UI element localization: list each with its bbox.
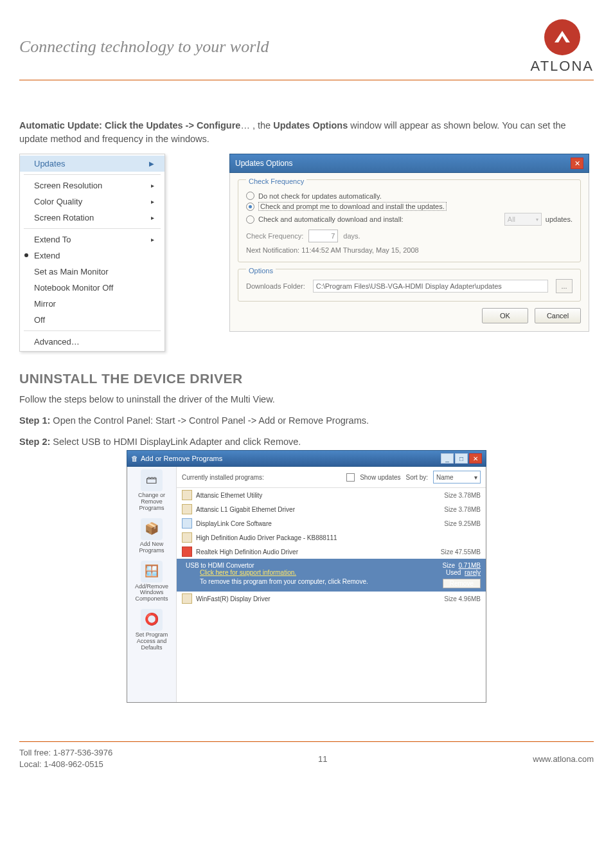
- cancel-button[interactable]: Cancel: [535, 308, 581, 323]
- sidebar-change-remove[interactable]: 🗃Change or Remove Programs: [129, 469, 175, 512]
- downloads-folder-label: Downloads Folder:: [246, 282, 305, 290]
- currently-installed-label: Currently installed programs:: [182, 474, 264, 481]
- ok-button[interactable]: OK: [482, 308, 528, 323]
- freq-input[interactable]: 7: [308, 230, 338, 242]
- chevron-down-icon: ▾: [474, 474, 477, 481]
- menu-off[interactable]: Off: [20, 312, 164, 328]
- list-item[interactable]: Attansic Ethernet UtilitySize 3.78MB: [177, 488, 486, 502]
- footer-divider: [19, 741, 594, 742]
- options-legend: Options: [246, 267, 276, 275]
- list-item[interactable]: Realtek High Definition Audio DriverSize…: [177, 545, 486, 559]
- list-item[interactable]: Attansic L1 Gigabit Ethernet DriverSize …: [177, 502, 486, 516]
- context-menu: Updates▶ Screen Resolution▸ Color Qualit…: [19, 154, 165, 352]
- sidebar-add-new[interactable]: 📦Add New Programs: [129, 518, 175, 554]
- step-2: Step 2: Select USB to HDMI DisplayLink A…: [19, 435, 594, 449]
- next-notification: Next Notification: 11:44:52 AM Thursday,…: [246, 246, 573, 254]
- chevron-right-icon: ▶: [149, 160, 154, 167]
- list-item[interactable]: High Definition Audio Driver Package - K…: [177, 530, 486, 545]
- downloads-folder-input[interactable]: C:\Program Files\USB-VGA-HDMI Display Ad…: [313, 280, 548, 293]
- remove-button[interactable]: Remove: [443, 579, 481, 588]
- menu-notebook-off[interactable]: Notebook Monitor Off: [20, 280, 164, 296]
- menu-screen-rotation[interactable]: Screen Rotation▸: [20, 210, 164, 226]
- uninstall-heading: UNINSTALL THE DEVICE DRIVER: [19, 371, 594, 386]
- logo-mark: [544, 19, 580, 55]
- list-item-selected[interactable]: USB to HDMI Convertor Click here for sup…: [177, 559, 486, 592]
- show-updates-checkbox[interactable]: [346, 473, 355, 482]
- sort-by-select[interactable]: Name▾: [433, 471, 481, 484]
- radio-auto[interactable]: Check and automatically download and ins…: [246, 213, 573, 226]
- list-item[interactable]: DisplayLink Core SoftwareSize 9.25MB: [177, 516, 486, 530]
- menu-color-quality[interactable]: Color Quality▸: [20, 194, 164, 210]
- footer-url: www.atlona.com: [533, 754, 594, 764]
- close-icon[interactable]: ✕: [469, 453, 482, 464]
- sort-by-label: Sort by:: [406, 474, 428, 481]
- menu-screen-resolution[interactable]: Screen Resolution▸: [20, 177, 164, 194]
- brand-logo: ATLONA: [531, 19, 594, 75]
- check-frequency-legend: Check Frequency: [246, 177, 306, 185]
- tagline: Connecting technology to your world: [19, 37, 269, 57]
- sidebar-add-windows[interactable]: 🪟Add/Remove Windows Components: [129, 561, 175, 603]
- menu-extend[interactable]: Extend: [20, 248, 164, 264]
- menu-updates[interactable]: Updates▶: [20, 156, 164, 172]
- page-number: 11: [318, 754, 327, 764]
- chevron-down-icon: ▾: [536, 217, 538, 222]
- brand-text: ATLONA: [531, 58, 594, 75]
- menu-mirror[interactable]: Mirror: [20, 296, 164, 312]
- footer-contact: Toll free: 1-877-536-3976 Local: 1-408-9…: [19, 747, 112, 770]
- browse-button[interactable]: ...: [556, 279, 573, 293]
- show-updates-label: Show updates: [360, 474, 400, 481]
- menu-advanced[interactable]: Advanced…: [20, 334, 164, 350]
- close-icon[interactable]: ✕: [571, 158, 583, 169]
- add-remove-programs-window: 🗑Add or Remove Programs _ □ ✕ 🗃Change or…: [127, 450, 486, 703]
- arp-sidebar: 🗃Change or Remove Programs 📦Add New Prog…: [127, 467, 177, 702]
- step-1: Step 1: Open the Control Panel: Start ->…: [19, 414, 594, 428]
- intro-paragraph: Automatic Update: Click the Updates -> C…: [19, 119, 594, 146]
- updates-scope-select: All▾: [504, 213, 542, 226]
- minimize-icon[interactable]: _: [441, 453, 454, 464]
- list-item[interactable]: WinFast(R) Display DriverSize 4.96MB: [177, 592, 486, 606]
- support-link[interactable]: Click here for support information.: [200, 569, 439, 576]
- program-list: Attansic Ethernet UtilitySize 3.78MB Att…: [177, 488, 486, 702]
- freq-label: Check Frequency:: [246, 232, 303, 240]
- updates-options-dialog: Updates Options ✕ Check Frequency Do not…: [229, 154, 589, 332]
- menu-extend-to[interactable]: Extend To▸: [20, 231, 164, 248]
- menu-set-main[interactable]: Set as Main Monitor: [20, 264, 164, 280]
- radio-no-check[interactable]: Do not check for updates automatically.: [246, 192, 573, 200]
- bullet-icon: [24, 253, 28, 257]
- maximize-icon[interactable]: □: [455, 453, 468, 464]
- arp-titlebar: 🗑Add or Remove Programs _ □ ✕: [127, 450, 486, 467]
- header-divider: [19, 80, 594, 80]
- sidebar-set-access[interactable]: ⭕Set Program Access and Defaults: [129, 609, 175, 651]
- dialog-titlebar: Updates Options ✕: [229, 154, 589, 173]
- radio-prompt[interactable]: Check and prompt me to download and inst…: [246, 202, 573, 211]
- uninstall-intro: Follow the steps below to uninstall the …: [19, 393, 594, 406]
